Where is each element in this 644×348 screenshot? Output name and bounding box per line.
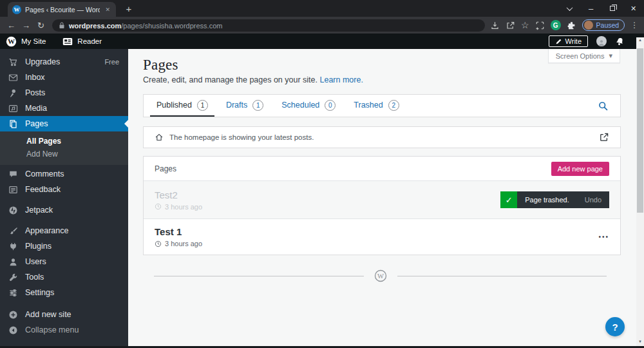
scrollbar-thumb[interactable] [637, 48, 643, 213]
wordpress-favicon-icon: W [12, 5, 21, 14]
svg-text:W: W [377, 273, 384, 280]
cart-icon [8, 57, 19, 68]
scroll-up-icon[interactable]: ▲ [636, 38, 644, 42]
my-site-link[interactable]: My Site [21, 37, 46, 45]
tab-published[interactable]: Published 1 [150, 95, 214, 117]
learn-more-link[interactable]: Learn more. [320, 75, 363, 84]
sidebar-item-upgrades[interactable]: Upgrades Free [0, 54, 128, 70]
window-controls: – ✕ [559, 0, 644, 17]
page-trashed-toast: ✓ Page trashed. Undo [500, 191, 609, 208]
page-row-trashed[interactable]: Test2 3 hours ago ✓ Page trashed. Undo [144, 181, 620, 218]
scheduled-count: 0 [325, 100, 336, 111]
extensions-puzzle-icon[interactable] [567, 21, 576, 30]
screen-options-button[interactable]: Screen Options ▾ [548, 49, 620, 63]
grammarly-icon[interactable]: G [551, 20, 561, 30]
close-window-button[interactable]: ✕ [623, 0, 644, 17]
pencil-icon [555, 38, 562, 45]
sidebar-item-add-new-site[interactable]: Add new site [0, 307, 128, 322]
sidebar-label: Collapse menu [25, 325, 79, 334]
feedback-icon [8, 184, 19, 195]
reload-icon[interactable]: ↻ [33, 21, 48, 30]
write-button[interactable]: Write [549, 35, 588, 47]
screen-options-label: Screen Options [556, 52, 605, 60]
notifications-bell-icon[interactable] [614, 35, 625, 47]
tab-drafts[interactable]: Drafts 1 [220, 95, 270, 117]
sidebar-label: Feedback [25, 185, 61, 194]
pushpin-icon [8, 88, 19, 99]
toast-message: Page trashed. [525, 196, 569, 204]
reader-link[interactable]: Reader [62, 37, 102, 46]
sidebar-item-users[interactable]: Users [0, 254, 128, 269]
address-bar[interactable]: wordpress.com/pages/shusisha.wordpress.c… [52, 19, 485, 32]
lock-icon [59, 22, 65, 29]
back-icon[interactable]: ← [4, 21, 19, 30]
toolbar-actions: ☆ G Paused ⋮ [490, 19, 638, 31]
tab-close-icon[interactable]: ✕ [104, 6, 111, 13]
restore-button[interactable] [601, 0, 623, 17]
sidebar-item-all-pages[interactable]: All Pages [0, 135, 128, 148]
pages-card-title: Pages [155, 164, 176, 173]
sidebar-label: Settings [25, 288, 54, 297]
share-icon[interactable] [506, 21, 515, 30]
tab-search-icon[interactable] [559, 0, 580, 17]
row-ellipsis-menu-icon[interactable]: ••• [598, 233, 609, 240]
bookmark-star-icon[interactable]: ☆ [521, 20, 529, 30]
sidebar-item-jetpack[interactable]: Jetpack [0, 202, 128, 218]
download-icon[interactable] [490, 21, 500, 30]
browser-tab[interactable]: W Pages ‹ Bcourite — WordPress.co ✕ [8, 2, 116, 17]
pages-submenu: All Pages Add New [0, 131, 128, 165]
new-tab-button[interactable]: + [121, 0, 137, 17]
sidebar-label: Add new site [25, 310, 71, 319]
sidebar-item-media[interactable]: Media [0, 101, 128, 116]
screenshot-icon[interactable] [535, 21, 545, 30]
envelope-icon [8, 72, 19, 83]
wordpress-pages-screen: W Pages ‹ Bcourite — WordPress.co ✕ + – … [0, 0, 644, 348]
clock-icon [155, 203, 162, 210]
sidebar-item-collapse-menu[interactable]: Collapse menu [0, 322, 128, 338]
sidebar-label: Jetpack [25, 206, 53, 215]
forward-icon[interactable]: → [19, 21, 33, 30]
sidebar-item-pages[interactable]: Pages [0, 116, 128, 131]
pages-card-header: Pages Add new page [144, 157, 620, 181]
drafts-count: 1 [252, 100, 263, 111]
browser-menu-icon[interactable]: ⋮ [630, 21, 638, 30]
brush-icon [8, 226, 19, 237]
tab-trashed[interactable]: Trashed 2 [347, 95, 405, 117]
notice-text: The homepage is showing your latest post… [169, 133, 314, 141]
comments-icon [8, 169, 19, 180]
home-icon [155, 133, 164, 142]
page-scrollbar[interactable]: ▲ ▼ [636, 34, 644, 346]
wordpress-logo-icon[interactable]: W [6, 36, 17, 47]
plus-circle-icon [8, 309, 19, 320]
browser-toolbar: ← → ↻ wordpress.com/pages/shusisha.wordp… [0, 17, 644, 34]
sidebar-item-posts[interactable]: Posts [0, 85, 128, 101]
tab-title: Pages ‹ Bcourite — WordPress.co [25, 6, 100, 14]
sidebar-item-inbox[interactable]: Inbox [0, 70, 128, 85]
wordpress-footer-logo-icon: W [374, 269, 387, 282]
user-avatar[interactable] [596, 36, 607, 46]
plugin-icon [8, 241, 19, 252]
sidebar-label: Media [25, 104, 47, 113]
search-icon[interactable] [598, 95, 616, 117]
tab-scheduled[interactable]: Scheduled 0 [275, 95, 342, 117]
sidebar-item-plugins[interactable]: Plugins [0, 238, 128, 254]
media-icon [8, 103, 19, 114]
help-button[interactable]: ? [605, 317, 625, 336]
sidebar-item-appearance[interactable]: Appearance [0, 223, 128, 238]
sidebar-item-tools[interactable]: Tools [0, 269, 128, 285]
page-row[interactable]: Test 1 3 hours ago ••• [144, 218, 620, 255]
minimize-button[interactable]: – [580, 0, 601, 17]
sidebar-item-settings[interactable]: Settings [0, 285, 128, 300]
profile-avatar [584, 21, 593, 30]
scroll-down-icon[interactable]: ▼ [636, 340, 644, 343]
profile-pill[interactable]: Paused [582, 19, 625, 31]
add-new-page-button[interactable]: Add new page [551, 162, 609, 176]
undo-button[interactable]: Undo [585, 196, 601, 204]
sidebar-item-comments[interactable]: Comments [0, 166, 128, 182]
sidebar-item-feedback[interactable]: Feedback [0, 182, 128, 197]
sliders-icon [8, 287, 19, 298]
admin-sidebar: Upgrades Free Inbox Posts M [0, 49, 128, 346]
sidebar-item-add-new[interactable]: Add New [0, 148, 128, 160]
external-link-icon[interactable] [599, 132, 609, 142]
wordpress-footer-divider: W [154, 269, 607, 282]
